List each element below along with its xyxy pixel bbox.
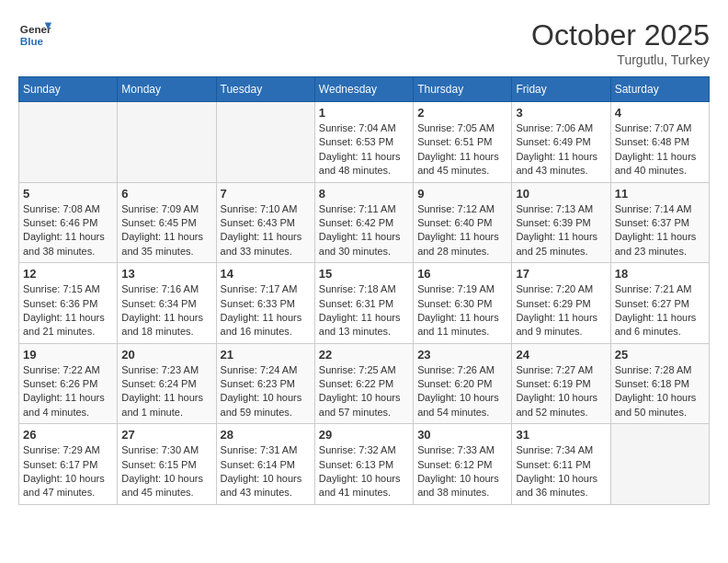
cell-content: Sunrise: 7:08 AM Sunset: 6:46 PM Dayligh… <box>23 202 113 259</box>
day-number: 22 <box>319 348 409 362</box>
day-number: 1 <box>319 106 409 120</box>
calendar-cell: 8Sunrise: 7:11 AM Sunset: 6:42 PM Daylig… <box>314 182 413 263</box>
logo: General Blue <box>18 18 51 52</box>
title-block: October 2025 Turgutlu, Turkey <box>531 18 710 67</box>
week-row-5: 26Sunrise: 7:29 AM Sunset: 6:17 PM Dayli… <box>19 424 710 505</box>
calendar-cell: 20Sunrise: 7:23 AM Sunset: 6:24 PM Dayli… <box>118 343 216 424</box>
calendar-cell: 19Sunrise: 7:22 AM Sunset: 6:26 PM Dayli… <box>19 343 118 424</box>
cell-content: Sunrise: 7:05 AM Sunset: 6:51 PM Dayligh… <box>417 121 507 178</box>
calendar-cell: 7Sunrise: 7:10 AM Sunset: 6:43 PM Daylig… <box>216 182 314 263</box>
cell-content: Sunrise: 7:28 AM Sunset: 6:18 PM Dayligh… <box>615 363 705 420</box>
cell-content: Sunrise: 7:22 AM Sunset: 6:26 PM Dayligh… <box>23 363 113 420</box>
day-number: 17 <box>516 267 606 281</box>
day-number: 6 <box>121 187 211 201</box>
calendar-cell <box>19 102 118 183</box>
day-number: 4 <box>615 106 705 120</box>
calendar-cell: 21Sunrise: 7:24 AM Sunset: 6:23 PM Dayli… <box>216 343 314 424</box>
calendar-cell: 31Sunrise: 7:34 AM Sunset: 6:11 PM Dayli… <box>512 424 610 505</box>
calendar-cell: 2Sunrise: 7:05 AM Sunset: 6:51 PM Daylig… <box>414 102 512 183</box>
calendar-cell: 17Sunrise: 7:20 AM Sunset: 6:29 PM Dayli… <box>512 263 610 344</box>
cell-content: Sunrise: 7:07 AM Sunset: 6:48 PM Dayligh… <box>615 121 705 178</box>
logo-icon: General Blue <box>18 18 51 52</box>
day-number: 28 <box>221 428 311 442</box>
cell-content: Sunrise: 7:24 AM Sunset: 6:23 PM Dayligh… <box>221 363 311 420</box>
day-number: 19 <box>23 348 113 362</box>
cell-content: Sunrise: 7:23 AM Sunset: 6:24 PM Dayligh… <box>121 363 211 420</box>
cell-content: Sunrise: 7:17 AM Sunset: 6:33 PM Dayligh… <box>221 282 311 339</box>
cell-content: Sunrise: 7:18 AM Sunset: 6:31 PM Dayligh… <box>319 282 409 339</box>
calendar-cell: 24Sunrise: 7:27 AM Sunset: 6:19 PM Dayli… <box>512 343 610 424</box>
day-number: 7 <box>221 187 311 201</box>
cell-content: Sunrise: 7:04 AM Sunset: 6:53 PM Dayligh… <box>319 121 409 178</box>
calendar-cell: 25Sunrise: 7:28 AM Sunset: 6:18 PM Dayli… <box>610 343 709 424</box>
cell-content: Sunrise: 7:33 AM Sunset: 6:12 PM Dayligh… <box>417 443 507 500</box>
cell-content: Sunrise: 7:09 AM Sunset: 6:45 PM Dayligh… <box>121 202 211 259</box>
calendar-cell: 15Sunrise: 7:18 AM Sunset: 6:31 PM Dayli… <box>314 263 413 344</box>
day-number: 30 <box>417 428 507 442</box>
day-header-wednesday: Wednesday <box>314 77 413 102</box>
cell-content: Sunrise: 7:34 AM Sunset: 6:11 PM Dayligh… <box>516 443 606 500</box>
day-number: 16 <box>417 267 507 281</box>
cell-content: Sunrise: 7:21 AM Sunset: 6:27 PM Dayligh… <box>615 282 705 339</box>
day-number: 11 <box>615 187 705 201</box>
calendar-cell: 1Sunrise: 7:04 AM Sunset: 6:53 PM Daylig… <box>314 102 413 183</box>
calendar-cell: 11Sunrise: 7:14 AM Sunset: 6:37 PM Dayli… <box>610 182 709 263</box>
day-header-friday: Friday <box>512 77 610 102</box>
week-row-4: 19Sunrise: 7:22 AM Sunset: 6:26 PM Dayli… <box>19 343 710 424</box>
cell-content: Sunrise: 7:30 AM Sunset: 6:15 PM Dayligh… <box>121 443 211 500</box>
day-number: 2 <box>417 106 507 120</box>
week-row-1: 1Sunrise: 7:04 AM Sunset: 6:53 PM Daylig… <box>19 102 710 183</box>
cell-content: Sunrise: 7:11 AM Sunset: 6:42 PM Dayligh… <box>319 202 409 259</box>
calendar-cell: 14Sunrise: 7:17 AM Sunset: 6:33 PM Dayli… <box>216 263 314 344</box>
calendar-cell: 13Sunrise: 7:16 AM Sunset: 6:34 PM Dayli… <box>118 263 216 344</box>
week-row-3: 12Sunrise: 7:15 AM Sunset: 6:36 PM Dayli… <box>19 263 710 344</box>
location: Turgutlu, Turkey <box>531 52 710 67</box>
day-number: 26 <box>23 428 113 442</box>
calendar-cell <box>216 102 314 183</box>
day-number: 9 <box>417 187 507 201</box>
day-number: 23 <box>417 348 507 362</box>
month-title: October 2025 <box>531 18 710 52</box>
calendar-cell: 30Sunrise: 7:33 AM Sunset: 6:12 PM Dayli… <box>414 424 512 505</box>
day-header-saturday: Saturday <box>610 77 709 102</box>
calendar-cell: 28Sunrise: 7:31 AM Sunset: 6:14 PM Dayli… <box>216 424 314 505</box>
day-number: 21 <box>221 348 311 362</box>
day-number: 14 <box>221 267 311 281</box>
day-header-row: SundayMondayTuesdayWednesdayThursdayFrid… <box>19 77 710 102</box>
calendar-cell: 3Sunrise: 7:06 AM Sunset: 6:49 PM Daylig… <box>512 102 610 183</box>
calendar-cell: 29Sunrise: 7:32 AM Sunset: 6:13 PM Dayli… <box>314 424 413 505</box>
cell-content: Sunrise: 7:13 AM Sunset: 6:39 PM Dayligh… <box>516 202 606 259</box>
calendar-cell: 5Sunrise: 7:08 AM Sunset: 6:46 PM Daylig… <box>19 182 118 263</box>
calendar-cell: 9Sunrise: 7:12 AM Sunset: 6:40 PM Daylig… <box>414 182 512 263</box>
cell-content: Sunrise: 7:06 AM Sunset: 6:49 PM Dayligh… <box>516 121 606 178</box>
calendar-cell: 6Sunrise: 7:09 AM Sunset: 6:45 PM Daylig… <box>118 182 216 263</box>
calendar-cell: 10Sunrise: 7:13 AM Sunset: 6:39 PM Dayli… <box>512 182 610 263</box>
cell-content: Sunrise: 7:14 AM Sunset: 6:37 PM Dayligh… <box>615 202 705 259</box>
svg-text:Blue: Blue <box>20 35 44 47</box>
day-number: 13 <box>121 267 211 281</box>
cell-content: Sunrise: 7:25 AM Sunset: 6:22 PM Dayligh… <box>319 363 409 420</box>
day-number: 12 <box>23 267 113 281</box>
day-number: 24 <box>516 348 606 362</box>
cell-content: Sunrise: 7:31 AM Sunset: 6:14 PM Dayligh… <box>221 443 311 500</box>
cell-content: Sunrise: 7:26 AM Sunset: 6:20 PM Dayligh… <box>417 363 507 420</box>
cell-content: Sunrise: 7:10 AM Sunset: 6:43 PM Dayligh… <box>221 202 311 259</box>
day-number: 29 <box>319 428 409 442</box>
calendar-cell: 12Sunrise: 7:15 AM Sunset: 6:36 PM Dayli… <box>19 263 118 344</box>
day-number: 27 <box>121 428 211 442</box>
week-row-2: 5Sunrise: 7:08 AM Sunset: 6:46 PM Daylig… <box>19 182 710 263</box>
cell-content: Sunrise: 7:20 AM Sunset: 6:29 PM Dayligh… <box>516 282 606 339</box>
day-number: 5 <box>23 187 113 201</box>
cell-content: Sunrise: 7:15 AM Sunset: 6:36 PM Dayligh… <box>23 282 113 339</box>
day-header-tuesday: Tuesday <box>216 77 314 102</box>
day-number: 15 <box>319 267 409 281</box>
day-number: 8 <box>319 187 409 201</box>
cell-content: Sunrise: 7:12 AM Sunset: 6:40 PM Dayligh… <box>417 202 507 259</box>
calendar-cell: 23Sunrise: 7:26 AM Sunset: 6:20 PM Dayli… <box>414 343 512 424</box>
day-header-monday: Monday <box>118 77 216 102</box>
day-number: 18 <box>615 267 705 281</box>
calendar-cell <box>610 424 709 505</box>
page-header: General Blue October 2025 Turgutlu, Turk… <box>18 18 710 67</box>
day-header-sunday: Sunday <box>19 77 118 102</box>
calendar-table: SundayMondayTuesdayWednesdayThursdayFrid… <box>18 76 710 505</box>
